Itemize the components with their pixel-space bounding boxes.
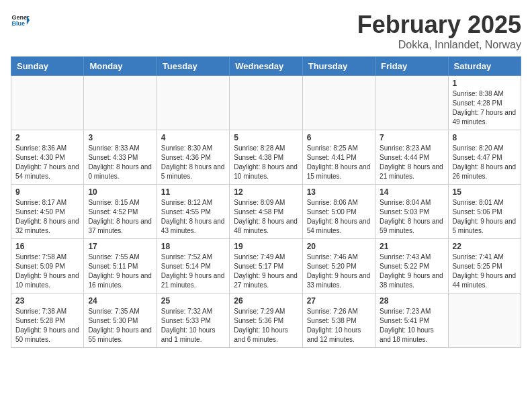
calendar-cell: [375, 76, 448, 130]
calendar-cell: 11Sunrise: 8:12 AM Sunset: 4:55 PM Dayli…: [157, 185, 229, 239]
day-number: 26: [234, 296, 298, 306]
calendar-cell: [11, 76, 84, 130]
day-number: 16: [15, 242, 79, 251]
day-number: 15: [453, 187, 517, 197]
day-number: 20: [307, 242, 371, 251]
logo-icon: General Blue: [11, 11, 30, 30]
day-info: Sunrise: 8:25 AM Sunset: 4:41 PM Dayligh…: [307, 144, 371, 181]
calendar-cell: [448, 293, 521, 348]
day-info: Sunrise: 8:09 AM Sunset: 4:58 PM Dayligh…: [234, 198, 298, 236]
calendar-cell: 24Sunrise: 7:35 AM Sunset: 5:30 PM Dayli…: [84, 293, 157, 348]
calendar-cell: 12Sunrise: 8:09 AM Sunset: 4:58 PM Dayli…: [230, 185, 302, 239]
day-info: Sunrise: 8:12 AM Sunset: 4:55 PM Dayligh…: [161, 198, 225, 236]
day-number: 1: [453, 79, 517, 88]
svg-text:Blue: Blue: [11, 20, 25, 27]
day-info: Sunrise: 7:49 AM Sunset: 5:17 PM Dayligh…: [234, 253, 298, 290]
day-number: 28: [380, 296, 443, 306]
day-number: 19: [234, 242, 298, 251]
calendar-week-row: 9Sunrise: 8:17 AM Sunset: 4:50 PM Daylig…: [11, 185, 521, 239]
day-info: Sunrise: 8:01 AM Sunset: 5:06 PM Dayligh…: [453, 198, 517, 236]
day-number: 18: [161, 242, 225, 251]
calendar-week-row: 16Sunrise: 7:58 AM Sunset: 5:09 PM Dayli…: [11, 239, 521, 293]
calendar-week-row: 2Sunrise: 8:36 AM Sunset: 4:30 PM Daylig…: [11, 130, 521, 185]
calendar-cell: 7Sunrise: 8:23 AM Sunset: 4:44 PM Daylig…: [375, 130, 448, 185]
calendar-cell: 10Sunrise: 8:15 AM Sunset: 4:52 PM Dayli…: [84, 185, 157, 239]
calendar-week-row: 23Sunrise: 7:38 AM Sunset: 5:28 PM Dayli…: [11, 293, 521, 348]
day-number: 5: [234, 133, 298, 142]
day-header-tuesday: Tuesday: [157, 57, 229, 76]
calendar-cell: 23Sunrise: 7:38 AM Sunset: 5:28 PM Dayli…: [11, 293, 84, 348]
calendar-cell: 25Sunrise: 7:32 AM Sunset: 5:33 PM Dayli…: [157, 293, 229, 348]
location-subtitle: Dokka, Innlandet, Norway: [357, 39, 521, 51]
day-number: 11: [161, 187, 225, 197]
calendar-cell: 9Sunrise: 8:17 AM Sunset: 4:50 PM Daylig…: [11, 185, 84, 239]
day-info: Sunrise: 7:32 AM Sunset: 5:33 PM Dayligh…: [161, 307, 225, 345]
calendar-cell: 1Sunrise: 8:38 AM Sunset: 4:28 PM Daylig…: [448, 76, 521, 130]
calendar-cell: 2Sunrise: 8:36 AM Sunset: 4:30 PM Daylig…: [11, 130, 84, 185]
day-number: 27: [307, 296, 371, 306]
day-number: 7: [380, 133, 443, 142]
day-info: Sunrise: 7:41 AM Sunset: 5:25 PM Dayligh…: [453, 253, 517, 290]
calendar-cell: [157, 76, 229, 130]
day-info: Sunrise: 8:06 AM Sunset: 5:00 PM Dayligh…: [307, 198, 371, 236]
title-section: February 2025 Dokka, Innlandet, Norway: [357, 11, 521, 51]
day-header-thursday: Thursday: [302, 57, 375, 76]
day-info: Sunrise: 7:35 AM Sunset: 5:30 PM Dayligh…: [88, 307, 152, 345]
day-info: Sunrise: 8:28 AM Sunset: 4:38 PM Dayligh…: [234, 144, 298, 181]
day-number: 23: [15, 296, 79, 306]
day-header-sunday: Sunday: [11, 57, 84, 76]
calendar-cell: 28Sunrise: 7:23 AM Sunset: 5:41 PM Dayli…: [375, 293, 448, 348]
day-info: Sunrise: 8:20 AM Sunset: 4:47 PM Dayligh…: [453, 144, 517, 181]
day-info: Sunrise: 7:23 AM Sunset: 5:41 PM Dayligh…: [380, 307, 443, 345]
day-number: 21: [380, 242, 443, 251]
day-info: Sunrise: 7:52 AM Sunset: 5:14 PM Dayligh…: [161, 253, 225, 290]
day-info: Sunrise: 8:30 AM Sunset: 4:36 PM Dayligh…: [161, 144, 225, 181]
calendar-cell: [84, 76, 157, 130]
calendar-cell: 22Sunrise: 7:41 AM Sunset: 5:25 PM Dayli…: [448, 239, 521, 293]
calendar-cell: 6Sunrise: 8:25 AM Sunset: 4:41 PM Daylig…: [302, 130, 375, 185]
day-number: 14: [380, 187, 443, 197]
day-number: 6: [307, 133, 371, 142]
calendar-cell: 20Sunrise: 7:46 AM Sunset: 5:20 PM Dayli…: [302, 239, 375, 293]
calendar-week-row: 1Sunrise: 8:38 AM Sunset: 4:28 PM Daylig…: [11, 76, 521, 130]
day-number: 3: [88, 133, 152, 142]
calendar-cell: 3Sunrise: 8:33 AM Sunset: 4:33 PM Daylig…: [84, 130, 157, 185]
day-info: Sunrise: 7:46 AM Sunset: 5:20 PM Dayligh…: [307, 253, 371, 290]
calendar-cell: 19Sunrise: 7:49 AM Sunset: 5:17 PM Dayli…: [230, 239, 302, 293]
calendar-cell: 5Sunrise: 8:28 AM Sunset: 4:38 PM Daylig…: [230, 130, 302, 185]
calendar-header-row: SundayMondayTuesdayWednesdayThursdayFrid…: [11, 57, 521, 76]
calendar-cell: 13Sunrise: 8:06 AM Sunset: 5:00 PM Dayli…: [302, 185, 375, 239]
calendar-table: SundayMondayTuesdayWednesdayThursdayFrid…: [11, 56, 521, 348]
day-number: 10: [88, 187, 152, 197]
day-info: Sunrise: 7:29 AM Sunset: 5:36 PM Dayligh…: [234, 307, 298, 345]
day-info: Sunrise: 7:55 AM Sunset: 5:11 PM Dayligh…: [88, 253, 152, 290]
day-info: Sunrise: 7:26 AM Sunset: 5:38 PM Dayligh…: [307, 307, 371, 345]
day-header-wednesday: Wednesday: [230, 57, 302, 76]
day-info: Sunrise: 8:38 AM Sunset: 4:28 PM Dayligh…: [453, 89, 517, 127]
day-header-saturday: Saturday: [448, 57, 521, 76]
day-info: Sunrise: 8:17 AM Sunset: 4:50 PM Dayligh…: [15, 198, 79, 236]
calendar-cell: 14Sunrise: 8:04 AM Sunset: 5:03 PM Dayli…: [375, 185, 448, 239]
day-info: Sunrise: 8:36 AM Sunset: 4:30 PM Dayligh…: [15, 144, 79, 181]
calendar-cell: 17Sunrise: 7:55 AM Sunset: 5:11 PM Dayli…: [84, 239, 157, 293]
day-info: Sunrise: 8:04 AM Sunset: 5:03 PM Dayligh…: [380, 198, 443, 236]
day-number: 13: [307, 187, 371, 197]
day-info: Sunrise: 8:15 AM Sunset: 4:52 PM Dayligh…: [88, 198, 152, 236]
calendar-cell: 4Sunrise: 8:30 AM Sunset: 4:36 PM Daylig…: [157, 130, 229, 185]
day-info: Sunrise: 8:23 AM Sunset: 4:44 PM Dayligh…: [380, 144, 443, 181]
day-number: 24: [88, 296, 152, 306]
day-number: 2: [15, 133, 79, 142]
calendar-cell: 16Sunrise: 7:58 AM Sunset: 5:09 PM Dayli…: [11, 239, 84, 293]
calendar-cell: 8Sunrise: 8:20 AM Sunset: 4:47 PM Daylig…: [448, 130, 521, 185]
day-info: Sunrise: 7:43 AM Sunset: 5:22 PM Dayligh…: [380, 253, 443, 290]
day-number: 17: [88, 242, 152, 251]
day-header-monday: Monday: [84, 57, 157, 76]
day-info: Sunrise: 8:33 AM Sunset: 4:33 PM Dayligh…: [88, 144, 152, 181]
calendar-cell: 15Sunrise: 8:01 AM Sunset: 5:06 PM Dayli…: [448, 185, 521, 239]
logo: General Blue: [11, 11, 30, 30]
day-number: 25: [161, 296, 225, 306]
day-info: Sunrise: 7:38 AM Sunset: 5:28 PM Dayligh…: [15, 307, 79, 345]
day-number: 4: [161, 133, 225, 142]
calendar-cell: [302, 76, 375, 130]
month-year-title: February 2025: [357, 11, 521, 39]
